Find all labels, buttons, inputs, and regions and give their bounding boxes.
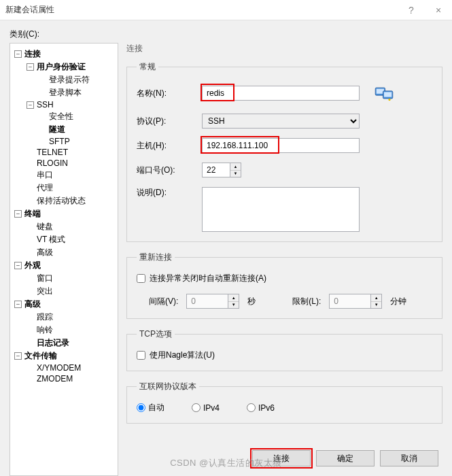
interval-spinner[interactable]: ▲ ▼	[186, 294, 239, 309]
tree-item-label: 登录脚本	[49, 87, 82, 99]
titlebar-buttons: ? ×	[403, 2, 447, 18]
svg-point-4	[388, 99, 390, 101]
reconnect-legend: 重新连接	[137, 252, 175, 263]
tree-item[interactable]: 代理	[13, 182, 115, 194]
ok-button[interactable]: 确定	[316, 450, 375, 466]
limit-input[interactable]	[330, 294, 370, 308]
tree-item-label: 隧道	[49, 124, 65, 135]
ip-fieldset: 互联网协议版本 自动 IPv4 IPv6	[126, 381, 442, 424]
tree-item[interactable]: −高级	[13, 298, 115, 311]
tree-item-label: 高级	[37, 247, 53, 258]
content-panel: 连接 常规 名称(N):	[126, 43, 442, 476]
tree-item[interactable]: 串口	[13, 169, 115, 182]
tree-item[interactable]: VT 模式	[13, 233, 115, 246]
tree-spacer	[27, 326, 34, 334]
tree-spacer	[39, 113, 46, 120]
tree-item-label: 连接	[24, 48, 41, 60]
tree-spacer	[27, 364, 34, 372]
cancel-button[interactable]: 取消	[380, 450, 438, 466]
tree-item[interactable]: 安全性	[13, 110, 115, 123]
port-up-button[interactable]: ▲	[230, 163, 241, 171]
tree-item-label: X/YMODEM	[37, 363, 81, 373]
name-input[interactable]	[202, 86, 360, 101]
tree-item[interactable]: −连接	[13, 48, 115, 61]
tree-item[interactable]: 登录提示符	[13, 73, 115, 86]
tree-item[interactable]: −终端	[13, 207, 115, 220]
tree-item-label: RLOGIN	[37, 158, 68, 168]
tree-item[interactable]: 跟踪	[13, 311, 115, 324]
tcp-fieldset: TCP选项 使用Nagle算法(U)	[126, 328, 442, 371]
tree-item-label: 用户身份验证	[37, 61, 86, 73]
tree-spacer	[39, 138, 46, 146]
tree-item[interactable]: 登录脚本	[13, 86, 115, 99]
tree-item[interactable]: 隧道	[13, 123, 115, 136]
tree-item[interactable]: 窗口	[13, 272, 115, 285]
tree-spacer	[39, 126, 46, 133]
port-down-button[interactable]: ▼	[230, 171, 241, 177]
port-label: 端口号(O):	[137, 165, 202, 176]
collapse-icon[interactable]: −	[27, 63, 34, 71]
ip-v6-radio[interactable]: IPv6	[247, 402, 275, 413]
tree-item[interactable]: 响铃	[13, 324, 115, 337]
tree-item[interactable]: X/YMODEM	[13, 362, 115, 373]
tree-item[interactable]: ZMODEM	[13, 373, 115, 384]
interval-unit: 秒	[247, 296, 256, 307]
auto-reconnect-label: 连接异常关闭时自动重新连接(A)	[150, 273, 266, 284]
ip-v4-radio[interactable]: IPv4	[192, 402, 220, 413]
help-button[interactable]: ?	[403, 2, 419, 18]
tree-item[interactable]: −用户身份验证	[13, 61, 115, 73]
tree-item[interactable]: −SSH	[13, 99, 115, 110]
connect-button[interactable]: 连接	[252, 450, 311, 466]
port-spinner[interactable]: ▲ ▼	[202, 163, 241, 177]
tree-item[interactable]: 保持活动状态	[13, 194, 115, 207]
titlebar: 新建会话属性 ? ×	[0, 0, 452, 20]
collapse-icon[interactable]: −	[14, 210, 22, 218]
limit-up-button[interactable]: ▲	[371, 294, 381, 302]
category-tree[interactable]: −连接−用户身份验证登录提示符登录脚本−SSH安全性隧道SFTPTELNETRL…	[13, 48, 115, 384]
tree-item[interactable]: −文件传输	[13, 350, 115, 362]
collapse-icon[interactable]: −	[14, 262, 22, 269]
protocol-select[interactable]: SSH	[202, 114, 360, 129]
collapse-icon[interactable]: −	[14, 352, 22, 360]
close-button[interactable]: ×	[430, 2, 447, 18]
tree-spacer	[27, 149, 34, 156]
tree-item-label: ZMODEM	[37, 374, 73, 384]
category-tree-panel: −连接−用户身份验证登录提示符登录脚本−SSH安全性隧道SFTPTELNETRL…	[10, 43, 118, 476]
tree-spacer	[27, 375, 34, 383]
tree-spacer	[27, 288, 34, 295]
tree-item[interactable]: 高级	[13, 246, 115, 259]
tree-item-label: 文件传输	[24, 350, 57, 362]
limit-down-button[interactable]: ▼	[371, 302, 381, 309]
collapse-icon[interactable]: −	[14, 50, 22, 58]
tree-item-label: SFTP	[49, 137, 70, 146]
collapse-icon[interactable]: −	[14, 301, 22, 308]
tree-item[interactable]: RLOGIN	[13, 158, 115, 169]
tree-item-label: 键盘	[37, 221, 53, 233]
nagle-checkbox[interactable]	[137, 351, 145, 360]
tree-item-label: 窗口	[37, 273, 53, 284]
tree-item[interactable]: SFTP	[13, 136, 115, 147]
port-input[interactable]	[203, 163, 230, 177]
tree-item-label: 日志记录	[37, 337, 69, 349]
host-label: 主机(H):	[137, 140, 202, 152]
tree-item-label: 跟踪	[37, 311, 53, 323]
desc-textarea[interactable]	[202, 187, 360, 232]
host-input[interactable]	[202, 138, 360, 153]
tree-item[interactable]: 键盘	[13, 220, 115, 233]
nagle-label: 使用Nagle算法(U)	[150, 350, 215, 361]
tree-item[interactable]: 突出	[13, 285, 115, 298]
tree-spacer	[27, 223, 34, 231]
auto-reconnect-checkbox[interactable]	[137, 274, 145, 283]
monitors-icon	[373, 82, 395, 104]
interval-down-button[interactable]: ▼	[228, 302, 239, 309]
interval-input[interactable]	[187, 294, 228, 308]
ip-auto-radio[interactable]: 自动	[137, 402, 164, 413]
tree-item[interactable]: −外观	[13, 259, 115, 272]
tree-item[interactable]: 日志记录	[13, 337, 115, 350]
tree-spacer	[39, 76, 46, 84]
limit-spinner[interactable]: ▲ ▼	[329, 294, 382, 309]
collapse-icon[interactable]: −	[27, 101, 34, 109]
interval-up-button[interactable]: ▲	[228, 294, 239, 302]
tree-item-label: 代理	[37, 182, 53, 194]
tree-item[interactable]: TELNET	[13, 147, 115, 158]
